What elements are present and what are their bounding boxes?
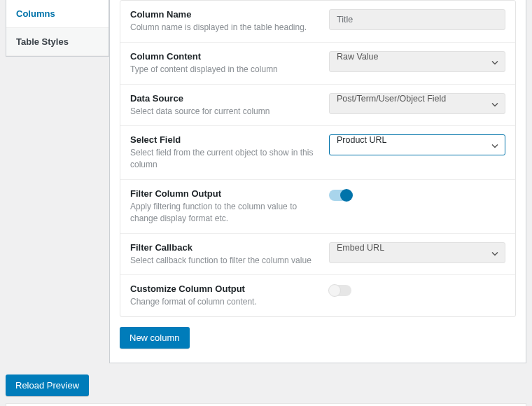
settings-sidebar: Columns Table Styles: [6, 0, 109, 57]
select-data-source[interactable]: Post/Term/User/Object Field: [329, 93, 505, 114]
desc-data-source: Select data source for current column: [130, 106, 321, 118]
label-select-field: Select Field: [130, 134, 321, 145]
row-select-field: Select Field Select field from the curre…: [120, 126, 515, 180]
select-field[interactable]: Product URL: [329, 134, 505, 155]
column-settings-panel: Column Name Column name is displayed in …: [109, 0, 526, 363]
label-filter-output: Filter Column Output: [130, 188, 321, 199]
tab-columns[interactable]: Columns: [6, 0, 108, 28]
row-customize-output: Customize Column Output Change format of…: [120, 275, 515, 316]
tab-table-styles[interactable]: Table Styles: [6, 28, 108, 56]
column-form: Column Name Column name is displayed in …: [120, 0, 516, 317]
select-column-content[interactable]: Raw Value: [329, 51, 505, 72]
row-data-source: Data Source Select data source for curre…: [120, 85, 515, 127]
row-filter-callback: Filter Callback Select callback function…: [120, 234, 515, 276]
desc-filter-callback: Select callback function to filter the c…: [130, 255, 321, 267]
label-customize-output: Customize Column Output: [130, 284, 321, 294]
desc-customize-output: Change format of column content.: [130, 296, 321, 308]
toggle-customize-output[interactable]: [329, 285, 351, 296]
input-column-name[interactable]: [329, 9, 505, 30]
toggle-knob: [340, 189, 353, 202]
preview-table: Title Modern Comfort Food Nudge: [6, 403, 526, 406]
label-column-name: Column Name: [130, 9, 321, 20]
row-column-name: Column Name Column name is displayed in …: [120, 1, 515, 43]
reload-preview-button[interactable]: Reload Preview: [6, 374, 89, 396]
label-column-content: Column Content: [130, 51, 321, 62]
select-filter-callback[interactable]: Embed URL: [329, 242, 505, 263]
label-data-source: Data Source: [130, 93, 321, 104]
desc-filter-output: Apply filtering function to the column v…: [130, 201, 321, 225]
desc-column-name: Column name is displayed in the table he…: [130, 22, 321, 34]
desc-select-field: Select field from the current object to …: [130, 147, 321, 171]
row-filter-output: Filter Column Output Apply filtering fun…: [120, 180, 515, 234]
desc-column-content: Type of content displayed in the column: [130, 64, 321, 76]
toggle-filter-output[interactable]: [329, 190, 351, 201]
row-column-content: Column Content Type of content displayed…: [120, 43, 515, 85]
toggle-knob: [328, 284, 341, 297]
new-column-button[interactable]: New column: [120, 327, 190, 349]
label-filter-callback: Filter Callback: [130, 242, 321, 253]
